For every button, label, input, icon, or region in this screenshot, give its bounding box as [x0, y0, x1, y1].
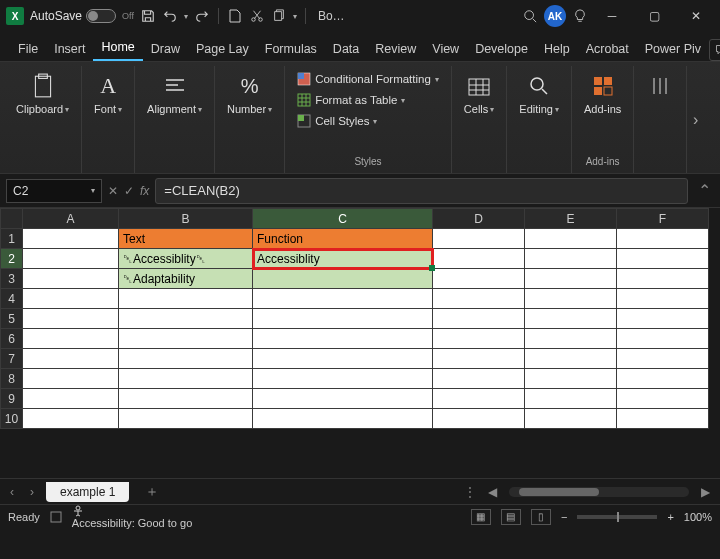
minimize-button[interactable]: ─ [594, 2, 630, 30]
col-header-E[interactable]: E [525, 209, 617, 229]
cell-A7[interactable] [23, 349, 119, 369]
cell-A6[interactable] [23, 329, 119, 349]
cell-A8[interactable] [23, 369, 119, 389]
cell-E7[interactable] [525, 349, 617, 369]
chevron-down-icon[interactable]: ▾ [91, 186, 95, 195]
normal-view-button[interactable]: ▦ [471, 509, 491, 525]
tab-power-pivot[interactable]: Power Piv [637, 36, 709, 61]
cell-C9[interactable] [253, 389, 433, 409]
cells-button[interactable]: Cells▾ [460, 70, 498, 117]
tab-formulas[interactable]: Formulas [257, 36, 325, 61]
tab-home[interactable]: Home [93, 34, 142, 61]
cell-E1[interactable] [525, 229, 617, 249]
search-icon[interactable] [522, 8, 538, 24]
cell-A1[interactable] [23, 229, 119, 249]
expand-formula-bar-icon[interactable]: ⌃ [694, 181, 714, 200]
cell-F10[interactable] [617, 409, 709, 429]
cell-D2[interactable] [433, 249, 525, 269]
cell-A9[interactable] [23, 389, 119, 409]
font-button[interactable]: A Font▾ [90, 70, 126, 117]
cell-E2[interactable] [525, 249, 617, 269]
comments-button[interactable] [709, 39, 720, 61]
cell-B2[interactable]: ␡Accessiblity␡ [119, 249, 253, 269]
cell-C4[interactable] [253, 289, 433, 309]
row-header-2[interactable]: 2 [1, 249, 23, 269]
cell-E4[interactable] [525, 289, 617, 309]
row-header-7[interactable]: 7 [1, 349, 23, 369]
cell-C3[interactable] [253, 269, 433, 289]
cell-A4[interactable] [23, 289, 119, 309]
page-layout-view-button[interactable]: ▤ [501, 509, 521, 525]
cell-C6[interactable] [253, 329, 433, 349]
paste-button[interactable]: Clipboard▾ [12, 70, 73, 117]
row-header-9[interactable]: 9 [1, 389, 23, 409]
row-header-1[interactable]: 1 [1, 229, 23, 249]
cell-D5[interactable] [433, 309, 525, 329]
cell-B8[interactable] [119, 369, 253, 389]
row-header-8[interactable]: 8 [1, 369, 23, 389]
user-avatar[interactable]: AK [544, 5, 566, 27]
tab-view[interactable]: View [424, 36, 467, 61]
cell-F3[interactable] [617, 269, 709, 289]
cell-B7[interactable] [119, 349, 253, 369]
cell-F1[interactable] [617, 229, 709, 249]
copy-dropdown-icon[interactable]: ▾ [293, 12, 297, 21]
cell-F2[interactable] [617, 249, 709, 269]
col-header-D[interactable]: D [433, 209, 525, 229]
cell-styles-button[interactable]: Cell Styles▾ [293, 112, 443, 130]
sheet-options-icon[interactable]: ⋮ [464, 485, 476, 499]
cell-B4[interactable] [119, 289, 253, 309]
cell-C2[interactable]: Accessiblity [253, 249, 433, 269]
addins-button[interactable]: Add-ins [580, 70, 625, 117]
tab-file[interactable]: File [10, 36, 46, 61]
tab-insert[interactable]: Insert [46, 36, 93, 61]
cell-A10[interactable] [23, 409, 119, 429]
row-header-5[interactable]: 5 [1, 309, 23, 329]
col-header-F[interactable]: F [617, 209, 709, 229]
cell-C1[interactable]: Function [253, 229, 433, 249]
cell-B9[interactable] [119, 389, 253, 409]
number-button[interactable]: % Number▾ [223, 70, 276, 117]
cell-C5[interactable] [253, 309, 433, 329]
cell-D3[interactable] [433, 269, 525, 289]
conditional-formatting-button[interactable]: Conditional Formatting▾ [293, 70, 443, 88]
cell-F6[interactable] [617, 329, 709, 349]
cell-D10[interactable] [433, 409, 525, 429]
cell-D8[interactable] [433, 369, 525, 389]
sheet-tab-active[interactable]: example 1 [46, 482, 129, 502]
cell-F8[interactable] [617, 369, 709, 389]
editing-button[interactable]: Editing▾ [515, 70, 563, 117]
cell-B10[interactable] [119, 409, 253, 429]
formula-input[interactable]: =CLEAN(B2) [155, 178, 688, 204]
document-title[interactable]: Bo… [318, 9, 345, 23]
cell-B3[interactable]: ␡Adaptability [119, 269, 253, 289]
analyze-button[interactable] [642, 70, 678, 102]
zoom-out-button[interactable]: − [561, 511, 567, 523]
cell-C10[interactable] [253, 409, 433, 429]
col-header-B[interactable]: B [119, 209, 253, 229]
row-header-10[interactable]: 10 [1, 409, 23, 429]
lightbulb-icon[interactable] [572, 8, 588, 24]
fill-handle[interactable] [429, 265, 435, 271]
add-sheet-button[interactable]: ＋ [137, 483, 167, 501]
tab-data[interactable]: Data [325, 36, 367, 61]
select-all-corner[interactable] [1, 209, 23, 229]
undo-icon[interactable] [162, 8, 178, 24]
macro-record-icon[interactable] [50, 511, 62, 523]
zoom-slider[interactable] [577, 515, 657, 519]
tab-draw[interactable]: Draw [143, 36, 188, 61]
cell-E3[interactable] [525, 269, 617, 289]
cell-E10[interactable] [525, 409, 617, 429]
cell-D6[interactable] [433, 329, 525, 349]
cell-D1[interactable] [433, 229, 525, 249]
scroll-left-button[interactable]: ◀ [484, 485, 501, 499]
cell-E5[interactable] [525, 309, 617, 329]
zoom-level[interactable]: 100% [684, 511, 712, 523]
cell-A2[interactable] [23, 249, 119, 269]
close-button[interactable]: ✕ [678, 2, 714, 30]
cell-B5[interactable] [119, 309, 253, 329]
row-header-3[interactable]: 3 [1, 269, 23, 289]
tab-review[interactable]: Review [367, 36, 424, 61]
col-header-A[interactable]: A [23, 209, 119, 229]
page-break-view-button[interactable]: ▯ [531, 509, 551, 525]
